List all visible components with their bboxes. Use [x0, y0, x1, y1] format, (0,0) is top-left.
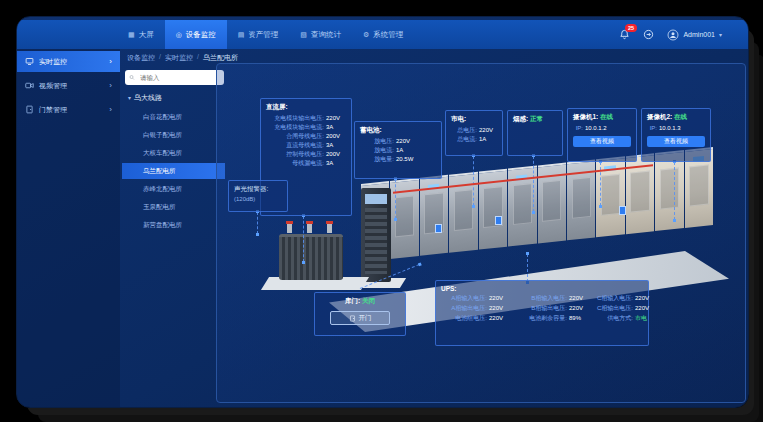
tree-item[interactable]: 白银子配电所 [122, 127, 225, 143]
metric-value: 220V [635, 294, 655, 303]
metric-label: 充电模块输出电压: [266, 114, 324, 123]
panel-title-text: 库门: [345, 297, 360, 304]
video-camera-icon [25, 81, 34, 90]
panel-title-text: 烟感: [513, 115, 528, 122]
tree-item-selected[interactable]: 乌兰配电所 [122, 163, 225, 179]
sidebar-item-label: 视频管理 [39, 81, 67, 91]
sidebar-item-label: 实时监控 [39, 57, 67, 67]
metric-label: 母线漏电流: [266, 159, 324, 168]
ups-panel: UPS: A相输入电压:220V B相输入电压:220V C相输入电压:220V… [435, 280, 649, 346]
connector-line [257, 212, 258, 234]
refresh-button[interactable] [643, 26, 654, 44]
tree-root-node[interactable]: ▾乌大线路 [128, 93, 162, 103]
camera1-panel: 摄像机1: 在线 IP:10.0.1.2 查看视频 [567, 108, 637, 162]
status-badge: 关闭 [362, 297, 375, 304]
open-door-button[interactable]: 开门 [330, 311, 390, 325]
panel-title: 蓄电池: [360, 126, 436, 135]
door-panel: 库门: 关闭 开门 [314, 292, 406, 336]
breadcrumb-separator: / [159, 53, 161, 63]
transformer-illustration [273, 222, 349, 286]
connector-line [533, 156, 534, 212]
metric-value: 220V [396, 137, 416, 146]
panel-title-text: 摄像机2: [647, 113, 672, 120]
left-sidebar: 实时监控 › 视频管理 › 门禁管理 › [17, 49, 120, 407]
breadcrumb-item-current: 乌兰配电所 [203, 53, 238, 63]
avatar-icon [667, 29, 679, 41]
chevron-right-icon: › [109, 81, 112, 90]
tab-label: 系统管理 [373, 30, 403, 40]
panel-title: 声光报警器: [234, 185, 282, 194]
door-icon [25, 105, 34, 114]
device-marker [619, 206, 626, 215]
metric-value: 89% [569, 314, 589, 323]
tree-item[interactable]: 玉泉配电所 [122, 199, 225, 215]
view-video-button[interactable]: 查看视频 [647, 136, 705, 147]
tree-search-box [125, 70, 224, 85]
ip-value: 10.0.1.3 [659, 124, 681, 133]
connector-line [600, 162, 601, 206]
sidebar-item-realtime-monitoring[interactable]: 实时监控 › [17, 51, 120, 72]
metric-value: 220V [569, 304, 589, 313]
panel-title-text: 摄像机1: [573, 113, 598, 120]
metric-label: 合闸母线电压: [266, 132, 324, 141]
tree-item[interactable]: 新营盘配电所 [122, 217, 225, 233]
tab-label: 查询统计 [311, 30, 341, 40]
metric-value: 220V [326, 114, 346, 123]
panel-title: 库门: 关闭 [320, 297, 400, 306]
view-video-button[interactable]: 查看视频 [573, 136, 631, 147]
tree-item[interactable]: 白音花配电所 [122, 109, 225, 125]
metric-label: 放电流: [360, 146, 394, 155]
breadcrumb: 设备监控 / 实时监控 / 乌兰配电所 [127, 53, 238, 63]
sidebar-item-access-control[interactable]: 门禁管理 › [17, 99, 120, 120]
tab-query-statistics[interactable]: ▧ 查询统计 [289, 20, 352, 49]
status-badge: 在线 [600, 113, 613, 120]
sidebar-item-video-management[interactable]: 视频管理 › [17, 75, 120, 96]
transformer-bushing [287, 224, 292, 233]
chevron-right-icon: › [109, 105, 112, 114]
ip-label: IP: [647, 124, 657, 133]
app-window: ▦ 大屏 ◎ 设备监控 ▤ 资产管理 ▧ 查询统计 ⚙ 系统管理 [16, 16, 749, 408]
connector-line [395, 179, 396, 219]
search-input[interactable] [138, 73, 220, 82]
notifications-button[interactable]: 25 [619, 29, 630, 40]
nav-tabs: ▦ 大屏 ◎ 设备监控 ▤ 资产管理 ▧ 查询统计 ⚙ 系统管理 [117, 20, 414, 49]
tab-asset-management[interactable]: ▤ 资产管理 [227, 20, 290, 49]
metric-value: 200V [326, 150, 346, 159]
door-open-icon [349, 315, 356, 322]
tab-label: 资产管理 [248, 30, 278, 40]
metric-label: B相输入电压: [513, 294, 567, 303]
mains-panel: 市电: 总电压:220V 总电流:1A [445, 110, 503, 156]
metric-value: 220V [489, 314, 509, 323]
sound-light-alarm-panel: 声光报警器: (120dB) [228, 180, 288, 212]
gear-icon: ⚙ [363, 31, 369, 39]
metric-value: 220V [489, 304, 509, 313]
metric-value: 3A [326, 159, 346, 168]
metric-value: 220V [635, 304, 655, 313]
breadcrumb-item[interactable]: 设备监控 [127, 53, 155, 63]
breadcrumb-item[interactable]: 实时监控 [165, 53, 193, 63]
asset-icon: ▤ [238, 31, 245, 39]
notification-badge: 25 [625, 24, 636, 32]
metric-value: 220V [489, 294, 509, 303]
ip-label: IP: [573, 124, 583, 133]
tab-dashboard[interactable]: ▦ 大屏 [117, 20, 165, 49]
metric-label: 供电方式: [593, 314, 633, 323]
panel-title: 摄像机2: 在线 [647, 113, 705, 122]
metric-label: B相输出电压: [513, 304, 567, 313]
panel-title: 摄像机1: 在线 [573, 113, 631, 122]
collapse-arrow-icon: ▾ [128, 95, 131, 101]
metric-value: 220V [479, 126, 499, 135]
tree-item[interactable]: 赤峰北配电所 [122, 181, 225, 197]
ups-metrics-grid: A相输入电压:220V B相输入电压:220V C相输入电压:220V A相输出… [441, 294, 643, 323]
tab-system-management[interactable]: ⚙ 系统管理 [352, 20, 414, 49]
tab-device-monitoring[interactable]: ◎ 设备监控 [165, 20, 227, 49]
tab-label: 设备监控 [186, 30, 216, 40]
tree-item[interactable]: 大板车配电所 [122, 145, 225, 161]
alarm-subtitle: (120dB) [234, 196, 282, 202]
user-menu[interactable]: Admin001 ▾ [667, 29, 722, 41]
monitor-icon [25, 57, 34, 66]
server-rack-illustration [361, 188, 391, 282]
metric-value: 3A [326, 123, 346, 132]
screen-icon: ▦ [128, 31, 135, 39]
metric-label: 控制母线电压: [266, 150, 324, 159]
